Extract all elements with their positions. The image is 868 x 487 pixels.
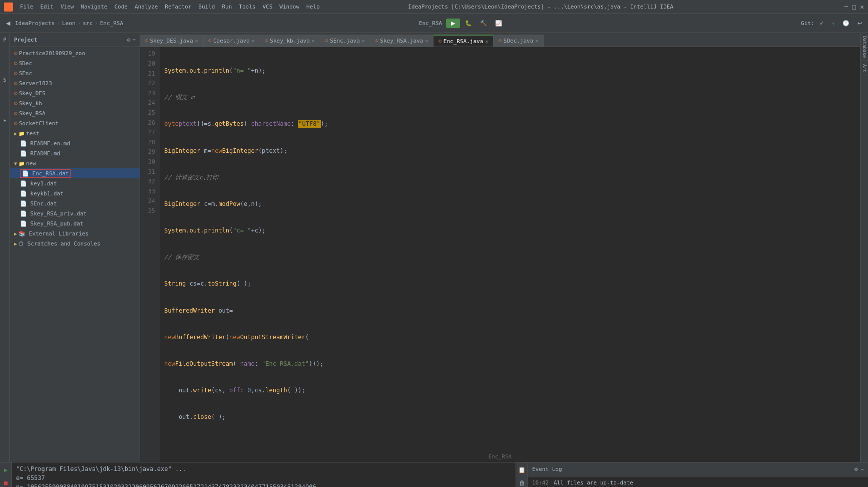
menu-help[interactable]: Help [303, 3, 323, 11]
project-tree: © Practice20190929_zoo © SDec © SEnc © S… [10, 47, 140, 462]
event-entry-0: 10:42 All files are up-to-date [532, 479, 864, 486]
tab-sdec[interactable]: © SDec.java ✕ [494, 35, 544, 47]
tree-item-socketclient[interactable]: © SocketClient [10, 118, 140, 128]
menu-window[interactable]: Window [276, 3, 302, 11]
close-tab-caesar[interactable]: ✕ [252, 38, 255, 44]
tree-item-skey-des[interactable]: © Skey_DES [10, 88, 140, 98]
project-settings-icon[interactable]: ⚙ [127, 37, 131, 43]
menu-analyze[interactable]: Analyze [132, 3, 161, 11]
structure-icon[interactable]: S [1, 75, 10, 84]
tree-item-skey-rsa-priv[interactable]: 📄 Skey_RSA_priv.dat [10, 208, 140, 218]
menu-refactor[interactable]: Refactor [162, 3, 194, 11]
git-revert[interactable]: ↩ [854, 17, 865, 30]
project-panel: Project ⚙ − © Practice20190929_zoo © SDe… [10, 33, 140, 462]
tree-item-test[interactable]: ▶ 📁 test [10, 128, 140, 138]
art-tab[interactable]: Art [860, 61, 868, 76]
breadcrumb-src[interactable]: src [83, 20, 93, 27]
run-panel: ▶ ■ ↺ 📷 ↕ ↓ ⚙ 🗑 📌 "C:\Program Files\Java… [0, 462, 528, 487]
close-tab-skey-des[interactable]: ✕ [195, 38, 198, 44]
line-numbers: 19 20 21 22 23 24 25 26 27 28 29 30 31 3… [140, 47, 160, 462]
tree-item-external-libs[interactable]: ▶ 📚 External Libraries [10, 228, 140, 238]
tree-item-scratches[interactable]: ▶ 🗒 Scratches and Consoles [10, 238, 140, 249]
tree-item-skey-rsa[interactable]: © Skey_RSA [10, 108, 140, 118]
code-editor[interactable]: System.out.println("n= "+n); // 明文 m byt… [160, 47, 860, 462]
build-button[interactable]: 🔨 [477, 17, 490, 30]
tab-skey-des[interactable]: © Skey_DES.java ✕ [140, 35, 204, 47]
code-line-25: System.out.println("c= "+c); [164, 226, 856, 236]
run-line-0: "C:\Program Files\Java\jdk-13\bin\java.e… [16, 464, 512, 473]
close-tab-enc-rsa[interactable]: ✕ [485, 39, 488, 44]
close-tab-skey-rsa[interactable]: ✕ [425, 38, 428, 44]
tree-item-senc[interactable]: © SEnc [10, 68, 140, 78]
tree-item-readme[interactable]: 📄 README.md [10, 148, 140, 158]
run-line-2: n= 1056255900884010975153102033220609567… [16, 482, 512, 487]
tab-skey-rsa[interactable]: © Skey_RSA.java ✕ [370, 35, 434, 47]
tree-item-sdec[interactable]: © SDec [10, 58, 140, 68]
tab-caesar[interactable]: © Caesar.java ✕ [204, 35, 260, 47]
menu-edit[interactable]: Edit [38, 3, 57, 11]
tree-item-new[interactable]: ▼ 📁 new [10, 158, 140, 168]
menu-bar[interactable]: File Edit View Navigate Code Analyze Ref… [17, 3, 323, 11]
git-label: Git: [801, 20, 814, 27]
run-left-icons: ▶ ■ ↺ 📷 ↕ ↓ ⚙ 🗑 📌 [0, 462, 12, 487]
breadcrumb-class[interactable]: Enc_RSA [100, 20, 123, 27]
tree-item-key1[interactable]: 📄 key1.dat [10, 178, 140, 188]
git-commit[interactable]: ✓ [816, 17, 827, 30]
run-copy-button[interactable]: 📋 [517, 464, 528, 475]
minimize-button[interactable]: ─ [844, 3, 848, 11]
tree-item-skey-kb[interactable]: © Skey_kb [10, 98, 140, 108]
tab-senc[interactable]: © SEnc.java ✕ [320, 35, 370, 47]
editor-area: © Skey_DES.java ✕ © Caesar.java ✕ © Skey… [140, 33, 860, 462]
run-panel-right-icons: 📋 🗑 🔧 [516, 462, 528, 487]
git-push[interactable]: ↑ [829, 17, 838, 30]
code-line-24: BigInteger c=m.modPow(e,n); [164, 199, 856, 209]
menu-view[interactable]: View [58, 3, 77, 11]
menu-code[interactable]: Code [111, 3, 131, 11]
tree-item-keykb1[interactable]: 📄 keykb1.dat [10, 188, 140, 198]
tree-item-enc-rsa-dat[interactable]: 📄 Enc_RSA.dat [10, 168, 140, 178]
tree-item-readme-en[interactable]: 📄 README.en.md [10, 138, 140, 148]
project-icon[interactable]: P [1, 35, 10, 44]
run-stop-button[interactable]: ■ [1, 477, 12, 487]
close-tab-senc[interactable]: ✕ [362, 38, 365, 44]
breadcrumb-module[interactable]: Leon [62, 20, 76, 27]
titlebar: File Edit View Navigate Code Analyze Ref… [0, 0, 868, 14]
menu-vcs[interactable]: VCS [259, 3, 275, 11]
event-log-minimize-icon[interactable]: − [860, 466, 864, 472]
event-log-settings-icon[interactable]: ⚙ [854, 466, 858, 472]
menu-tools[interactable]: Tools [236, 3, 258, 11]
config-selector[interactable]: Enc_RSA [419, 20, 442, 27]
breadcrumb-project[interactable]: IdeaProjects [15, 20, 55, 27]
tab-enc-rsa[interactable]: © Enc_RSA.java ✕ [433, 35, 494, 47]
menu-navigate[interactable]: Navigate [78, 3, 111, 11]
back-button[interactable]: ◀ [3, 17, 13, 30]
close-tab-sdec[interactable]: ✕ [535, 38, 538, 44]
tab-skey-kb[interactable]: © Skey_kb.java ✕ [260, 35, 320, 47]
project-collapse-icon[interactable]: − [132, 37, 136, 43]
code-line-33 [164, 439, 856, 449]
window-controls[interactable]: ─ □ ✕ [844, 3, 864, 11]
close-button[interactable]: ✕ [860, 3, 864, 11]
event-log-header: Event Log ⚙ − [528, 462, 868, 476]
editor-filename: Enc_RSA [489, 453, 512, 460]
database-tab[interactable]: Database [860, 33, 868, 61]
git-history[interactable]: 🕐 [839, 17, 852, 30]
code-line-28: BufferedWriter out= [164, 306, 856, 316]
tree-item-senc-dat[interactable]: 📄 SEnc.dat [10, 198, 140, 208]
tree-item-practice[interactable]: © Practice20190929_zoo [10, 48, 140, 58]
run-trash-button[interactable]: 🗑 [517, 477, 528, 487]
tree-item-server[interactable]: © Server1823 [10, 78, 140, 88]
run-play-button[interactable]: ▶ [1, 464, 12, 475]
bottom-panel: ▶ ■ ↺ 📷 ↕ ↓ ⚙ 🗑 📌 "C:\Program Files\Java… [0, 462, 868, 487]
profile-button[interactable]: 📈 [492, 17, 505, 30]
editor-content[interactable]: 19 20 21 22 23 24 25 26 27 28 29 30 31 3… [140, 47, 860, 462]
run-button[interactable]: ▶ [446, 19, 460, 28]
tree-item-skey-rsa-pub[interactable]: 📄 Skey_RSA_pub.dat [10, 218, 140, 228]
debug-button[interactable]: 🐛 [462, 17, 475, 30]
menu-file[interactable]: File [17, 3, 37, 11]
menu-build[interactable]: Build [195, 3, 218, 11]
maximize-button[interactable]: □ [852, 3, 856, 11]
favorites-icon[interactable]: ★ [1, 115, 10, 124]
close-tab-skey-kb[interactable]: ✕ [312, 38, 315, 44]
menu-run[interactable]: Run [219, 3, 235, 11]
